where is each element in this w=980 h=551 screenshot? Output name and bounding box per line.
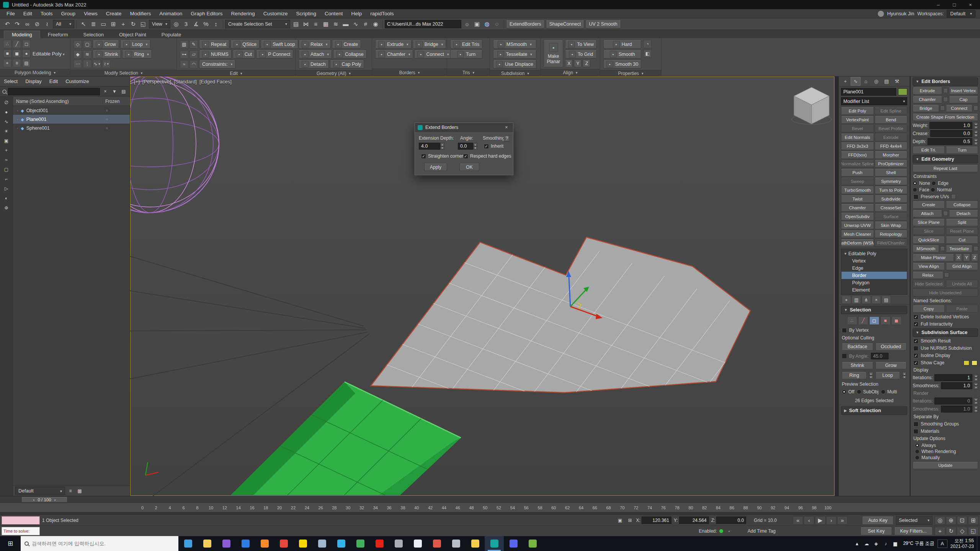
explorer-menu-item[interactable]: Edit — [46, 77, 62, 86]
orbit-icon[interactable]: ↻ — [946, 527, 956, 535]
loop-button[interactable]: Loop — [120, 40, 150, 49]
pm-collapse-icon[interactable]: ≡ — [13, 59, 21, 67]
update-mode-radio[interactable]: When Rendering — [915, 449, 978, 454]
menu-item[interactable]: Modifiers — [126, 11, 155, 16]
sculpt-icon[interactable]: ◠ — [189, 60, 198, 68]
auto-key-button[interactable]: Auto Key — [862, 516, 893, 525]
group-label[interactable]: Tris — [447, 68, 490, 76]
taskbar-app-photoshop-icon[interactable] — [427, 536, 446, 551]
taskbar-app-edge-icon[interactable] — [178, 536, 198, 551]
dialog-close-icon[interactable]: × — [503, 124, 510, 131]
smooth-result-checkbox[interactable] — [913, 339, 918, 344]
display-bones-icon[interactable]: ⌐ — [2, 175, 11, 183]
viewport-label-segment[interactable]: [Standard] — [174, 79, 197, 85]
spinner-snap-icon[interactable]: ↕ — [211, 20, 221, 29]
taskbar-app-kakaotalk-icon[interactable] — [293, 536, 312, 551]
stack-item[interactable]: Edge — [841, 264, 907, 272]
tessellate-settings-icon[interactable] — [973, 246, 978, 251]
full-interactivity-checkbox[interactable] — [913, 322, 918, 327]
modifier-button[interactable]: Chamfer — [841, 204, 874, 212]
taskbar-search[interactable] — [21, 536, 178, 551]
display-spacewarps-icon[interactable]: ≈ — [2, 156, 11, 164]
occluded-button[interactable]: Occluded — [875, 343, 907, 350]
stack-item[interactable]: Border — [841, 272, 907, 279]
modifier-button[interactable]: Retopology — [875, 230, 908, 238]
remove-modifier-icon[interactable]: × — [872, 296, 881, 304]
display-materials-icon[interactable]: ◐ — [2, 194, 11, 202]
stack-item[interactable]: Element — [841, 286, 907, 293]
frozen-toggle[interactable] — [106, 126, 130, 131]
pm-element-icon[interactable]: ◼ — [13, 49, 21, 58]
edge-icon[interactable]: ╱ — [858, 316, 868, 325]
smooth-30-button[interactable]: Smooth 30 — [603, 60, 641, 68]
by-vertex-checkbox[interactable] — [842, 328, 847, 333]
modifier-button[interactable]: FFD 3x3x3 — [841, 142, 874, 150]
scene-object-row[interactable]: Sphere001 — [13, 124, 130, 132]
step-loop-icon[interactable]: ≋ — [83, 50, 91, 59]
select-and-rotate-icon[interactable]: ↻ — [128, 20, 138, 29]
crease-spinner[interactable] — [974, 130, 978, 137]
zoom-icon[interactable]: ◎ — [935, 516, 945, 525]
menu-item[interactable]: rapidTools — [366, 11, 398, 16]
next-frame-arrow[interactable]: › — [54, 497, 56, 502]
preserve-uvs-icon[interactable]: ▧ — [180, 40, 188, 49]
modify-tab-icon[interactable]: ∿ — [851, 77, 861, 86]
add-time-tag[interactable]: Add Time Tag — [748, 528, 776, 534]
modifier-button[interactable]: Bevel — [841, 124, 874, 132]
outline-selection-icon[interactable]: ▢ — [83, 40, 91, 49]
explorer-menu-item[interactable]: Select — [0, 77, 21, 86]
show-cage-checkbox[interactable] — [913, 360, 918, 365]
stack-item[interactable]: Editable Poly — [841, 250, 907, 257]
tray-expand-icon[interactable]: ▲ — [852, 541, 862, 546]
swift-loop-button[interactable]: Swift Loop — [261, 40, 298, 49]
attach-button[interactable]: Attach — [913, 210, 942, 217]
menu-item[interactable]: Tools — [36, 11, 57, 16]
frozen-toggle[interactable] — [106, 117, 130, 122]
render-smoothness-field[interactable]: 1.0 — [941, 406, 972, 412]
cage-selected-color-swatch[interactable] — [972, 360, 977, 365]
filter-icon[interactable]: ▼ — [111, 88, 118, 95]
group-label[interactable]: Geometry (All) — [296, 70, 372, 76]
menu-item[interactable]: Group — [57, 11, 80, 16]
cut-button[interactable]: Cut — [946, 236, 978, 244]
preview-mode-radio[interactable]: Multi — [881, 389, 897, 395]
dot-loop-icon[interactable]: ⋯ — [74, 60, 82, 68]
select-similar-icon[interactable]: ◇ — [74, 40, 82, 49]
hide-unselected-button[interactable]: Hide Unselected — [913, 289, 978, 297]
scene-object-row[interactable]: Object001 — [13, 106, 130, 115]
modifier-button[interactable]: Unwrap UVW — [841, 221, 874, 229]
render-iterations-field[interactable]: 0 — [934, 398, 972, 404]
preserve-uvs-checkbox[interactable] — [913, 194, 918, 199]
viewport-label-segment[interactable]: [Perspective] — [142, 79, 171, 85]
planar-z-button[interactable]: Z — [971, 254, 978, 261]
maximize-button[interactable]: □ — [948, 0, 961, 9]
modifier-button[interactable]: PathDeform (WSM) — [841, 239, 874, 247]
explorer-list-view-icon[interactable]: ≡ — [67, 487, 74, 495]
taskbar-app-ie-icon[interactable] — [332, 536, 351, 551]
tessellate-geometry-button[interactable]: Tessellate — [946, 245, 972, 253]
script-button[interactable]: ShapeConnect — [546, 20, 585, 28]
undo-icon[interactable]: ↶ — [2, 20, 12, 29]
constraints-dropdown[interactable]: Constraints: — [199, 60, 235, 68]
copy-selection-button[interactable]: Copy — [913, 305, 945, 313]
modifier-button[interactable]: Bend — [875, 116, 908, 124]
menu-item[interactable]: Content — [320, 11, 347, 16]
taskbar-app-explorer-icon[interactable] — [198, 536, 217, 551]
delete-isolated-vertices-checkbox[interactable] — [913, 315, 918, 320]
explorer-grid-view-icon[interactable]: ▦ — [76, 487, 83, 495]
unlink-selection-icon[interactable]: ⊘ — [32, 20, 42, 29]
stack-item[interactable]: Vertex — [841, 257, 907, 264]
modifier-button[interactable]: ProOptimizer — [875, 160, 908, 168]
zoom-extents-icon[interactable]: ⊡ — [957, 516, 967, 525]
modifier-button[interactable]: Surface — [875, 212, 908, 220]
detach-button[interactable]: Detach — [949, 210, 978, 217]
render-setup-icon[interactable]: ☼ — [462, 20, 472, 29]
paint-connect-icon[interactable]: ≈ — [180, 60, 188, 68]
taskbar-app-discord-icon[interactable] — [504, 536, 523, 551]
scene-explorer-toggle-icon[interactable]: ▦ — [321, 20, 331, 29]
ring-selection-button[interactable]: Ring — [842, 372, 867, 379]
paste-selection-button[interactable]: Paste — [946, 305, 978, 313]
subdivision-surface-header[interactable]: Subdivision Surface — [913, 328, 978, 337]
ring-button[interactable]: Ring — [122, 50, 152, 59]
bind-to-spacewarp-icon[interactable]: ≀ — [42, 20, 52, 29]
